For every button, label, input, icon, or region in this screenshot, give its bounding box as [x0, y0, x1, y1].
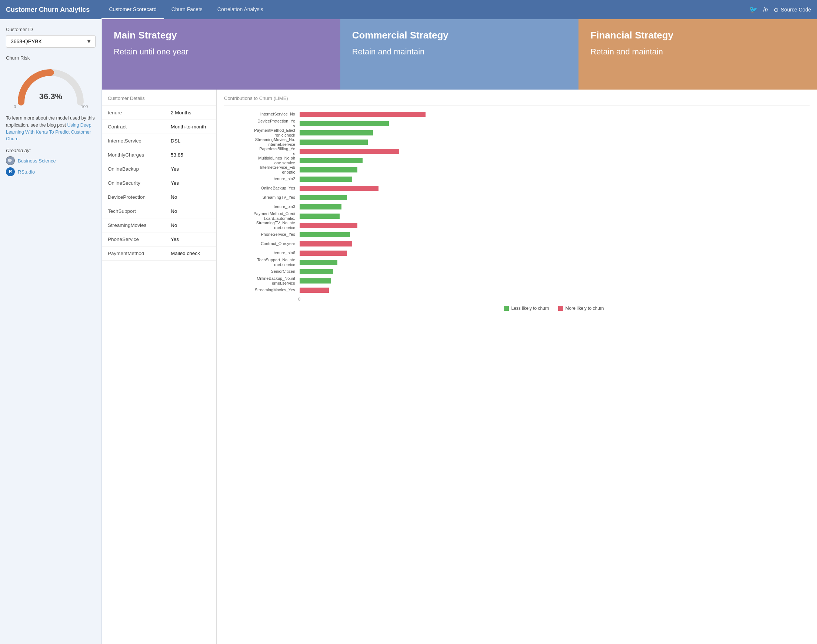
field-value: 2 Months: [165, 106, 216, 120]
customer-select-wrap: 3668-QPYBK ▼: [6, 35, 95, 48]
lime-panel: Contributions to Churn (LIME) InternetSe…: [217, 90, 817, 644]
commercial-strategy-title: Commercial Strategy: [352, 30, 567, 41]
financial-strategy-title: Financial Strategy: [590, 30, 805, 41]
lime-row: tenure_bin2: [224, 175, 809, 183]
field-label: MonthlyCharges: [102, 148, 165, 162]
table-row: InternetServiceDSL: [102, 134, 216, 148]
gauge-min: 0: [14, 104, 16, 109]
lime-bar-area: [298, 278, 809, 284]
lime-row: PaymentMethod_Electronic.check: [224, 129, 809, 137]
lime-label: PaymentMethod_Electronic.check: [224, 128, 298, 138]
lime-label: SeniorCitizen: [224, 269, 298, 274]
header: Customer Churn Analytics Customer Scorec…: [0, 0, 817, 19]
lime-bar-area: [298, 139, 809, 146]
table-row: PaymentMethodMailed check: [102, 247, 216, 261]
lime-label: Contract_One.year: [224, 241, 298, 246]
creator-rstudio: R RStudio: [6, 167, 95, 176]
table-row: OnlineSecurityYes: [102, 176, 216, 190]
business-science-link[interactable]: Business Science: [18, 158, 56, 164]
field-label: tenure: [102, 106, 165, 120]
main-layout: Customer ID 3668-QPYBK ▼ Churn Risk 36.3…: [0, 19, 817, 644]
customer-details-panel: Customer Details tenure2 MonthsContractM…: [102, 90, 217, 644]
lime-bar-area: [298, 148, 809, 155]
lime-bar: [299, 269, 333, 274]
churn-risk-label: Churn Risk: [6, 55, 95, 61]
legend-green: Less likely to churn: [504, 306, 549, 311]
table-row: MonthlyCharges53.85: [102, 148, 216, 162]
lime-label: PhoneService_Yes: [224, 232, 298, 237]
legend-green-label: Less likely to churn: [511, 306, 549, 311]
gauge-chart: 36.3%: [14, 65, 88, 106]
financial-strategy-card: Financial Strategy Retain and maintain: [579, 19, 817, 90]
lime-bar: [299, 260, 337, 265]
lime-bar: [299, 241, 352, 247]
lime-row: StreamingTV_No.internet.service: [224, 221, 809, 230]
lime-bar-area: [298, 250, 809, 256]
rstudio-link[interactable]: RStudio: [18, 169, 35, 175]
field-label: PaymentMethod: [102, 247, 165, 261]
lime-row: InternetService_No: [224, 110, 809, 118]
lime-row: Contract_One.year: [224, 240, 809, 248]
lime-bar-area: [298, 176, 809, 182]
field-label: InternetService: [102, 134, 165, 148]
lime-label: StreamingMovies_Yes: [224, 288, 298, 292]
lime-label: InternetService_No: [224, 112, 298, 117]
lime-label: InternetService_Fiber.optic: [224, 165, 298, 175]
lime-legend: Less likely to churn More likely to chur…: [224, 306, 809, 311]
field-value: No: [165, 204, 216, 218]
lime-label: OnlineBackup_Yes: [224, 186, 298, 191]
github-icon: ⊙: [774, 6, 779, 13]
field-value: Month-to-month: [165, 120, 216, 134]
lime-chart-container: InternetService_No DeviceProtection_Yes …: [224, 110, 809, 311]
lime-axis-zero: 0: [298, 297, 300, 301]
lime-row: tenure_bin3: [224, 203, 809, 211]
field-label: PhoneService: [102, 232, 165, 247]
tab-churn-facets[interactable]: Churn Facets: [164, 0, 210, 19]
main-strategy-title: Main Strategy: [114, 30, 329, 41]
lime-label: MultipleLines_No.phone.service: [224, 156, 298, 166]
field-label: DeviceProtection: [102, 190, 165, 204]
lime-bar: [299, 251, 347, 256]
field-value: Yes: [165, 162, 216, 176]
lime-row: MultipleLines_No.phone.service: [224, 156, 809, 165]
financial-strategy-subtitle: Retain and maintain: [590, 47, 805, 57]
lime-bar: [299, 167, 358, 172]
lime-row: DeviceProtection_Yes: [224, 120, 809, 128]
main-strategy-card: Main Strategy Retain until one year: [102, 19, 340, 90]
lime-label: DeviceProtection_Yes: [224, 119, 298, 129]
legend-red-dot: [558, 306, 563, 311]
customer-id-select[interactable]: 3668-QPYBK: [6, 35, 95, 48]
lime-bar-area: [298, 130, 809, 136]
gauge-labels: 0 100: [14, 104, 88, 109]
linkedin-icon[interactable]: in: [763, 7, 768, 12]
field-label: TechSupport: [102, 204, 165, 218]
sidebar: Customer ID 3668-QPYBK ▼ Churn Risk 36.3…: [0, 19, 102, 644]
lime-row: tenure_bin6: [224, 249, 809, 257]
legend-red: More likely to churn: [558, 306, 604, 311]
tab-correlation-analysis[interactable]: Correlation Analysis: [210, 0, 271, 19]
sidebar-description: To learn more about the model used by th…: [6, 115, 95, 143]
app-title: Customer Churn Analytics: [6, 6, 90, 14]
lime-row: StreamingMovies_No.internet.service: [224, 138, 809, 146]
lime-bar: [299, 186, 378, 191]
lime-bar-area: [298, 259, 809, 266]
field-value: Mailed check: [165, 247, 216, 261]
legend-green-dot: [504, 306, 509, 311]
creator-business-science: Business Science: [6, 156, 95, 165]
main-strategy-subtitle: Retain until one year: [114, 47, 329, 57]
lime-row: PhoneService_Yes: [224, 231, 809, 239]
table-row: ContractMonth-to-month: [102, 120, 216, 134]
source-code-button[interactable]: ⊙ Source Code: [774, 6, 811, 13]
lime-bar: [299, 278, 331, 284]
lime-bar-area: [298, 185, 809, 192]
lime-bar: [299, 176, 352, 182]
lime-row: OnlineBackup_No.internet.service: [224, 277, 809, 285]
details-table: tenure2 MonthsContractMonth-to-monthInte…: [102, 106, 216, 261]
field-value: No: [165, 218, 216, 232]
lime-row: OnlineBackup_Yes: [224, 184, 809, 192]
customer-details-title: Customer Details: [102, 95, 216, 106]
tab-customer-scorecard[interactable]: Customer Scorecard: [101, 0, 164, 19]
lime-bar: [299, 223, 358, 228]
commercial-strategy-card: Commercial Strategy Retain and maintain: [340, 19, 579, 90]
twitter-icon[interactable]: 🐦: [749, 6, 757, 14]
